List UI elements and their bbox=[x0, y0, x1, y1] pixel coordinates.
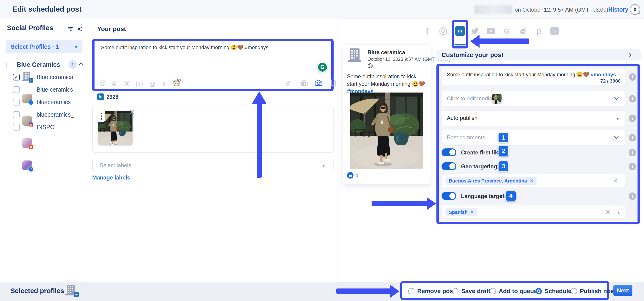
remove-chip-icon[interactable]: ✕ bbox=[470, 210, 474, 215]
info-icon[interactable]: i bbox=[629, 163, 636, 170]
auto-publish-dropdown[interactable]: Auto publish ▾ bbox=[442, 110, 625, 126]
geo-targeting-field[interactable]: Buenos Aires Province, Argentina✕ ✕ bbox=[442, 174, 625, 187]
annotation-arrow-left-head bbox=[470, 35, 480, 48]
radio-add-to-queue[interactable]: Add to queue bbox=[490, 287, 537, 295]
radio-save-draft[interactable]: Save draft bbox=[452, 287, 490, 295]
annotation-arrow-left-shaft bbox=[478, 39, 529, 44]
mention-icon[interactable]: @ bbox=[149, 80, 156, 88]
manage-labels-link[interactable]: Manage labels bbox=[92, 174, 130, 181]
avatar: ʘ bbox=[22, 138, 32, 148]
profile-name[interactable]: INSPO bbox=[36, 124, 55, 131]
radio-label: Schedule bbox=[544, 287, 572, 295]
redacted-text-blur bbox=[474, 5, 512, 14]
create-first-like-toggle[interactable] bbox=[442, 148, 456, 156]
avatar: f bbox=[22, 94, 32, 103]
clear-field-icon[interactable]: ✕ bbox=[605, 209, 610, 216]
chevron-down-icon: ▾ bbox=[322, 163, 325, 168]
remove-chip-icon[interactable]: ✕ bbox=[530, 178, 533, 183]
network-tab-facebook[interactable]: f bbox=[422, 26, 432, 36]
select-labels-dropdown[interactable]: Select labels ▾ bbox=[92, 159, 334, 171]
info-icon[interactable]: i bbox=[629, 115, 636, 122]
comments-bubble-icon[interactable]: 0 bbox=[630, 4, 640, 15]
create-first-like-label: Create first like bbox=[461, 149, 501, 156]
media-mini-thumbnail bbox=[492, 94, 502, 104]
step-badge-3: 3 bbox=[498, 161, 509, 172]
filter-icon[interactable] bbox=[68, 27, 74, 32]
annotation-arrow-up-head bbox=[252, 91, 267, 104]
profile-name[interactable]: blueceramics_ bbox=[36, 99, 74, 106]
auto-publish-label: Auto publish bbox=[447, 115, 478, 121]
grammarly-icon[interactable]: G bbox=[317, 62, 328, 73]
video-icon[interactable] bbox=[300, 80, 308, 87]
schedule-info-text: on October 12, 9:57 AM (GMT -03:00) bbox=[515, 7, 608, 13]
chevron-down-icon[interactable] bbox=[614, 136, 619, 139]
next-button[interactable]: Next bbox=[614, 285, 632, 296]
ai-assistant-icon[interactable] bbox=[172, 79, 181, 87]
clear-field-icon[interactable]: ✕ bbox=[613, 177, 618, 185]
info-icon[interactable]: i bbox=[629, 134, 636, 141]
post-comments-dropdown[interactable]: Post comments bbox=[442, 130, 625, 146]
info-icon[interactable]: i bbox=[629, 149, 636, 156]
profile-name[interactable]: blueceramics_ bbox=[36, 111, 74, 118]
group-checkbox[interactable] bbox=[6, 62, 13, 68]
network-tab-linkedin-active[interactable]: in bbox=[455, 26, 465, 36]
custom-fields-icon[interactable]: {+} bbox=[136, 81, 143, 87]
radio-publish-now[interactable]: Publish now bbox=[571, 287, 615, 295]
radio-schedule[interactable]: Schedule bbox=[536, 287, 572, 295]
hashtag-icon[interactable]: # bbox=[112, 80, 116, 88]
collapse-sidebar-icon[interactable]: < bbox=[78, 25, 82, 33]
remove-media-icon[interactable]: ✕ bbox=[129, 108, 135, 116]
edit-media-field[interactable]: Click to edit media bbox=[442, 91, 625, 107]
geo-targeting-toggle[interactable] bbox=[442, 162, 456, 170]
preview-text: Some outfit inspiration to kick start yo… bbox=[347, 74, 425, 87]
active-tab-underline bbox=[454, 44, 466, 46]
selected-profiles-label: Selected profiles bbox=[10, 287, 64, 295]
profile-checkbox[interactable] bbox=[13, 99, 20, 106]
profile-checkbox[interactable] bbox=[13, 86, 20, 93]
profile-name[interactable]: Blue ceramics bbox=[36, 86, 73, 93]
chevron-down-icon[interactable] bbox=[614, 97, 619, 100]
customize-post-text-field[interactable]: Some outfit inspiration to kick start yo… bbox=[442, 69, 625, 85]
network-tab-pinterest[interactable]: p bbox=[534, 26, 544, 36]
post-text[interactable]: Some outfit inspiration to kick start yo… bbox=[101, 44, 328, 51]
document-icon[interactable] bbox=[330, 79, 336, 86]
preview-post-text: Some outfit inspiration to kick start yo… bbox=[347, 73, 427, 95]
history-link[interactable]: History bbox=[608, 6, 628, 13]
like-icon bbox=[347, 172, 354, 179]
chevron-right-icon[interactable] bbox=[628, 53, 632, 57]
language-targeting-toggle[interactable] bbox=[442, 192, 456, 200]
profile-name[interactable]: Blue ceramica bbox=[36, 74, 73, 81]
network-tab-youtube[interactable] bbox=[486, 26, 496, 36]
select-profiles-dropdown[interactable]: Select Profiles · 1 ▾ bbox=[6, 40, 82, 53]
network-tab-tiktok[interactable]: ♪ bbox=[550, 26, 560, 36]
radio-remove-post[interactable]: Remove post bbox=[408, 287, 455, 295]
network-tab-reddit[interactable] bbox=[518, 26, 528, 36]
info-icon[interactable]: i bbox=[629, 73, 636, 81]
network-tab-google[interactable]: G bbox=[502, 26, 512, 36]
emoji-picker-icon[interactable] bbox=[99, 80, 106, 87]
saved-captions-icon[interactable] bbox=[124, 80, 130, 87]
linkedin-badge-icon: in bbox=[29, 78, 33, 83]
text-format-icon[interactable]: T bbox=[162, 80, 166, 88]
network-tab-instagram[interactable] bbox=[438, 26, 448, 36]
info-icon[interactable]: i bbox=[629, 95, 636, 103]
photo-icon[interactable] bbox=[314, 79, 322, 86]
geo-chip[interactable]: Buenos Aires Province, Argentina✕ bbox=[446, 177, 536, 185]
media-menu-icon[interactable] bbox=[98, 111, 105, 122]
info-icon[interactable]: i bbox=[629, 192, 636, 200]
profile-checkbox[interactable] bbox=[13, 124, 20, 131]
language-targeting-field[interactable]: Spanish✕ ✕ ▾ bbox=[442, 205, 625, 219]
customize-hashtag: #mondays bbox=[591, 72, 616, 78]
chevron-down-icon: ▾ bbox=[75, 44, 77, 50]
language-chip[interactable]: Spanish✕ bbox=[446, 208, 477, 216]
profile-checkbox[interactable]: ✓ bbox=[13, 74, 20, 81]
radio-label: Publish now bbox=[580, 287, 615, 295]
link-icon[interactable] bbox=[284, 80, 292, 87]
page-title: Edit scheduled post bbox=[12, 5, 82, 14]
profile-checkbox[interactable] bbox=[13, 111, 20, 118]
customize-post-text: Some outfit inspiration to kick start yo… bbox=[447, 72, 591, 78]
chevron-up-icon[interactable] bbox=[79, 62, 84, 65]
edit-scheduled-post-page: { "header": { "title": "Edit scheduled p… bbox=[0, 0, 644, 301]
annotation-arrow-bottom-head bbox=[390, 285, 399, 298]
character-counter: 72 / 3000 bbox=[600, 78, 620, 84]
